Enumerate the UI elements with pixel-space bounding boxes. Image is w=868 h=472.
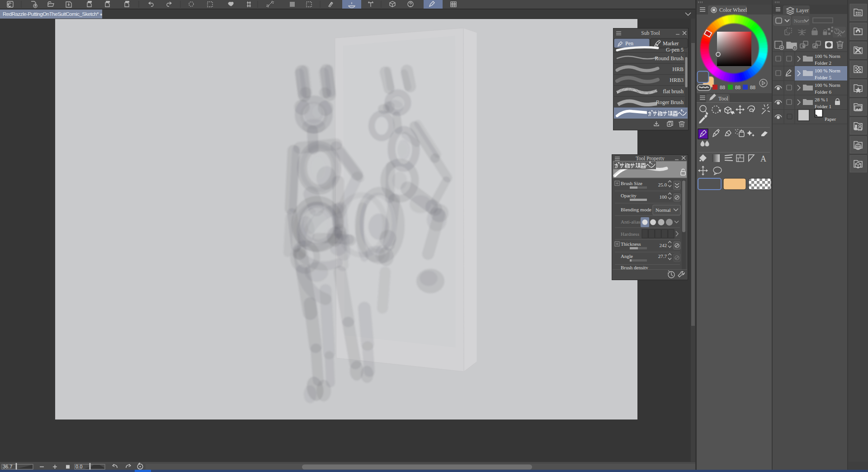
svg-text:A: A bbox=[760, 154, 766, 163]
svg-text:Folder 6: Folder 6 bbox=[815, 89, 831, 95]
svg-text:36.7: 36.7 bbox=[3, 464, 12, 469]
svg-text:100 % Norm: 100 % Norm bbox=[815, 82, 840, 88]
svg-text:Opacity: Opacity bbox=[621, 193, 637, 198]
svg-text:88: 88 bbox=[750, 84, 755, 91]
svg-text:88: 88 bbox=[735, 84, 741, 91]
svg-text:flat brush: flat brush bbox=[663, 88, 684, 95]
svg-text:242: 242 bbox=[660, 243, 667, 248]
svg-text:Angle: Angle bbox=[621, 253, 633, 259]
svg-text:G-pen 5: G-pen 5 bbox=[666, 47, 684, 53]
svg-text:Brush Size: Brush Size bbox=[621, 181, 642, 186]
svg-text:Norm: Norm bbox=[794, 18, 806, 24]
svg-text:28 % l: 28 % l bbox=[815, 97, 828, 102]
svg-text:Thickness: Thickness bbox=[621, 241, 641, 247]
svg-text:Normal: Normal bbox=[656, 207, 671, 213]
svg-text:Folder 1: Folder 1 bbox=[815, 104, 831, 109]
svg-text:100: 100 bbox=[660, 194, 667, 200]
svg-text:Hardness: Hardness bbox=[621, 231, 639, 237]
svg-text:Tool Property: Tool Property bbox=[636, 156, 665, 162]
svg-text:Folder 2: Folder 2 bbox=[815, 60, 831, 66]
svg-text:Tool: Tool bbox=[718, 95, 728, 102]
svg-text:27.7: 27.7 bbox=[658, 253, 667, 259]
svg-text:Layer: Layer bbox=[796, 7, 809, 14]
svg-text:0.0: 0.0 bbox=[75, 464, 82, 469]
svg-text:100 % Norm: 100 % Norm bbox=[815, 68, 840, 73]
svg-text:HRB3: HRB3 bbox=[670, 77, 684, 83]
svg-text:Color Wheel: Color Wheel bbox=[719, 7, 747, 13]
svg-text:88: 88 bbox=[720, 84, 725, 91]
svg-text:Folder 5: Folder 5 bbox=[815, 75, 831, 80]
svg-text:Pen: Pen bbox=[625, 40, 633, 47]
svg-text:Sub Tool: Sub Tool bbox=[641, 30, 660, 36]
svg-text:Blending mode: Blending mode bbox=[621, 207, 651, 212]
svg-text:Paper: Paper bbox=[825, 116, 836, 122]
svg-text:100 % Norm: 100 % Norm bbox=[815, 53, 840, 59]
svg-text:Anti-aliasi: Anti-aliasi bbox=[621, 219, 642, 224]
svg-text:Marker: Marker bbox=[663, 40, 679, 47]
svg-text:Round Brush: Round Brush bbox=[655, 55, 684, 62]
svg-text:Roger Brush: Roger Brush bbox=[656, 99, 684, 105]
svg-text:HRB: HRB bbox=[672, 66, 684, 72]
svg-text:25.0: 25.0 bbox=[658, 182, 667, 187]
